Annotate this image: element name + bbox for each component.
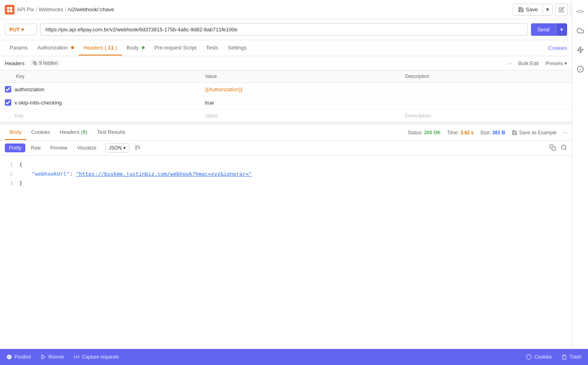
svg-point-14: [561, 145, 566, 150]
code-content-2: "webhookUrl": "https://buskme.justinbiz.…: [19, 170, 567, 178]
table-row: authorization {{Authorization}}: [0, 83, 572, 96]
tab-headers[interactable]: Headers (11): [79, 41, 122, 55]
top-bar: API Pix / Webhooks / /v2/webhook/:chave …: [0, 0, 588, 19]
cookies-link[interactable]: Cookies: [548, 45, 567, 51]
copy-button[interactable]: [549, 144, 556, 152]
breadcrumb-sep-1: /: [36, 6, 37, 12]
format-tab-raw[interactable]: Raw: [27, 144, 45, 152]
col-value: Value: [200, 70, 400, 83]
line-num-1: 1: [5, 161, 13, 169]
tab-prerequest[interactable]: Pre-request Script: [149, 41, 201, 55]
tab-settings[interactable]: Settings: [223, 41, 251, 55]
method-label: PUT: [9, 27, 20, 33]
more-dots-btn[interactable]: ···: [508, 60, 512, 66]
headers-section: Headers 9 hidden ··· Bulk Edit Presets ▾…: [0, 56, 572, 122]
presets-button[interactable]: Presets ▾: [545, 60, 567, 66]
postbot-button[interactable]: ✦ Postbot: [6, 354, 31, 360]
response-tab-headers[interactable]: Headers (9): [55, 125, 92, 140]
breadcrumb-sep-2: /: [65, 6, 66, 12]
table-row-placeholder: Key Value Description: [0, 109, 572, 122]
code-line-3: 3 }: [0, 179, 572, 188]
response-tab-cookies[interactable]: Cookies: [27, 125, 55, 140]
status-value: 200 OK: [424, 130, 441, 135]
hidden-count: 9 hidden: [39, 60, 57, 66]
svg-rect-5: [10, 7, 12, 9]
cloud-icon[interactable]: [574, 24, 587, 37]
headers-toolbar: Headers 9 hidden ··· Bulk Edit Presets ▾: [0, 56, 572, 70]
row1-checkbox[interactable]: [5, 86, 11, 92]
url-input[interactable]: [40, 23, 528, 36]
row1-key[interactable]: authorization: [14, 86, 44, 92]
lightning-icon[interactable]: [574, 43, 587, 56]
svg-marker-18: [42, 355, 45, 359]
json-format-chevron: ▾: [123, 145, 126, 151]
save-button-group: Save ▾: [513, 4, 553, 16]
send-button-group: Send ▾: [531, 23, 567, 36]
row2-key[interactable]: x-skip-mtls-checking: [14, 100, 62, 106]
response-code-area: 1 { 2 "webhookUrl": "https://buskme.just…: [0, 156, 572, 365]
search-button[interactable]: [561, 144, 567, 152]
right-sidebar: </>: [572, 0, 588, 349]
breadcrumb-current: /v2/webhook/:chave: [68, 6, 114, 12]
response-tab-body[interactable]: Body: [5, 125, 27, 140]
bulk-edit-button[interactable]: Bulk Edit: [519, 60, 539, 66]
size-label: Size: 381 B: [480, 130, 505, 135]
save-dropdown-arrow[interactable]: ▾: [543, 4, 552, 15]
code-icon[interactable]: </>: [574, 5, 587, 18]
row1-value[interactable]: {{Authorization}}: [205, 86, 242, 92]
request-tabs: Params Authorization Headers (11) Body P…: [0, 40, 572, 56]
new-key-placeholder[interactable]: Key: [14, 113, 23, 119]
status-label: Status: 200 OK: [408, 130, 441, 135]
col-key: Key: [0, 70, 200, 83]
response-tabs: Body Cookies Headers (9) Test Results St…: [0, 125, 572, 141]
webhook-url-link[interactable]: "https://buskme.justinbiz.com/webhook?hm…: [76, 171, 252, 177]
response-tab-test-results[interactable]: Test Results: [92, 125, 130, 140]
svg-point-19: [76, 356, 78, 358]
row2-key-cell: x-skip-mtls-checking: [0, 96, 200, 109]
edit-button[interactable]: [555, 3, 568, 16]
app-logo: [5, 5, 14, 14]
main-content: PUT ▾ Send ▾ Params Authorization Header…: [0, 19, 572, 365]
tab-tests[interactable]: Tests: [201, 41, 223, 55]
info-icon[interactable]: [574, 63, 587, 76]
response-body-toolbar: Pretty Raw Preview Visualize JSON ▾: [0, 141, 572, 156]
new-key-cell: Key: [0, 109, 200, 122]
row2-desc-cell: [400, 96, 572, 109]
time-label: Time: 3.62 s: [447, 130, 474, 135]
svg-text:✦: ✦: [8, 356, 10, 358]
new-desc-placeholder[interactable]: Description: [405, 113, 431, 119]
format-tab-preview[interactable]: Preview: [46, 144, 71, 152]
tab-authorization[interactable]: Authorization: [33, 41, 79, 55]
json-format-select[interactable]: JSON ▾: [105, 143, 129, 153]
method-chevron: ▾: [21, 27, 24, 33]
format-tab-visualize[interactable]: Visualize: [73, 144, 100, 152]
new-value-placeholder[interactable]: Value: [205, 113, 218, 119]
capture-requests-button[interactable]: Capture requests: [74, 354, 119, 360]
row2-value[interactable]: true: [205, 100, 214, 106]
wrap-icon[interactable]: [134, 144, 141, 152]
breadcrumb-api-pix[interactable]: API Pix: [17, 6, 34, 12]
breadcrumb-webhooks[interactable]: Webhooks: [39, 6, 63, 12]
svg-rect-4: [7, 7, 9, 9]
row1-value-cell: {{Authorization}}: [200, 83, 400, 96]
response-more-button[interactable]: ···: [563, 130, 567, 135]
svg-line-15: [565, 149, 566, 150]
save-example-button[interactable]: Save as Example: [512, 130, 557, 135]
send-button[interactable]: Send: [531, 23, 556, 36]
row1-key-cell: authorization: [0, 83, 200, 96]
headers-table-header: Key Value Description: [0, 70, 572, 83]
svg-rect-13: [552, 147, 555, 150]
tab-params[interactable]: Params: [5, 41, 33, 55]
line-num-3: 3: [5, 179, 13, 188]
send-dropdown-arrow[interactable]: ▾: [556, 23, 567, 36]
format-tab-pretty[interactable]: Pretty: [5, 144, 25, 152]
method-select[interactable]: PUT ▾: [5, 24, 37, 35]
save-button[interactable]: Save: [513, 4, 543, 15]
trash-button[interactable]: Trash: [561, 354, 582, 360]
tab-body[interactable]: Body: [122, 41, 150, 55]
row2-checkbox[interactable]: [5, 99, 11, 106]
runner-button[interactable]: Runner: [41, 354, 64, 360]
code-content-1: {: [19, 161, 567, 169]
cookies-bottom-button[interactable]: Cookies: [526, 354, 551, 360]
line-num-2: 2: [5, 170, 13, 178]
